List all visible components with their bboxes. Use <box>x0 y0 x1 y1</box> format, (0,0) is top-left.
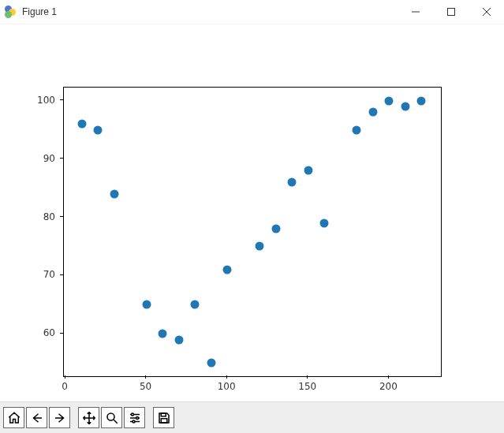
y-tick-label: 80 <box>33 211 59 222</box>
move-icon <box>82 411 96 425</box>
svg-point-1 <box>107 413 114 420</box>
x-tick: 0 <box>53 375 77 392</box>
maximize-button[interactable] <box>433 0 469 24</box>
minimize-button[interactable] <box>398 0 433 24</box>
matplotlib-icon <box>5 6 17 18</box>
scatter-point <box>191 300 200 309</box>
forward-button[interactable] <box>49 407 70 428</box>
x-tick-label: 50 <box>140 381 151 392</box>
svg-point-2 <box>131 413 133 416</box>
scatter-point <box>223 266 232 274</box>
pan-button[interactable] <box>78 407 99 428</box>
x-tick-label: 200 <box>379 381 398 392</box>
zoom-icon <box>105 411 119 425</box>
scatter-point <box>271 225 280 233</box>
x-tick-label: 0 <box>62 381 68 392</box>
scatter-point <box>353 125 361 134</box>
scatter-point <box>174 335 183 344</box>
y-tick: 90 <box>33 153 63 164</box>
home-button[interactable] <box>3 407 24 428</box>
x-tick: 200 <box>376 375 400 392</box>
close-button[interactable] <box>469 0 504 24</box>
scatter-point <box>77 120 86 129</box>
scatter-point <box>288 178 297 187</box>
window-controls <box>398 0 504 24</box>
svg-rect-0 <box>447 9 454 16</box>
x-tick-label: 150 <box>298 381 316 392</box>
x-tick: 50 <box>134 375 158 392</box>
home-icon <box>7 411 21 425</box>
plot-axes <box>63 87 442 377</box>
arrow-right-icon <box>53 411 67 425</box>
scatter-point <box>256 242 264 251</box>
scatter-point <box>94 125 103 134</box>
figure-canvas[interactable]: 60708090100 050100150200 <box>0 24 504 402</box>
svg-point-4 <box>133 420 135 423</box>
sliders-icon <box>128 411 142 425</box>
y-tick: 60 <box>33 327 63 338</box>
scatter-point <box>320 218 329 227</box>
scatter-point <box>207 359 215 368</box>
back-button[interactable] <box>26 407 47 428</box>
scatter-point <box>304 166 312 175</box>
y-tick-label: 90 <box>33 153 59 164</box>
y-tick: 100 <box>33 95 63 106</box>
scatter-point <box>385 96 394 105</box>
scatter-point <box>368 108 377 117</box>
save-icon <box>157 411 171 425</box>
matplotlib-toolbar <box>0 401 504 433</box>
scatter-point <box>159 330 167 338</box>
y-tick: 80 <box>33 211 63 222</box>
x-tick: 100 <box>215 375 238 392</box>
save-button[interactable] <box>153 407 174 428</box>
window-title: Figure 1 <box>22 6 57 17</box>
zoom-button[interactable] <box>101 407 122 428</box>
scatter-point <box>142 300 151 309</box>
arrow-left-icon <box>30 411 44 425</box>
svg-point-3 <box>136 416 138 419</box>
x-tick: 150 <box>296 375 319 392</box>
scatter-point <box>417 96 426 105</box>
y-tick-label: 70 <box>33 269 59 280</box>
configure-button[interactable] <box>124 407 145 428</box>
svg-rect-6 <box>161 418 167 422</box>
y-tick-label: 100 <box>33 95 59 106</box>
y-tick-label: 60 <box>33 327 59 338</box>
x-tick-label: 100 <box>218 381 236 392</box>
scatter-point <box>401 103 409 111</box>
svg-rect-5 <box>161 413 166 416</box>
scatter-point <box>110 189 118 198</box>
window-titlebar: Figure 1 <box>0 0 504 24</box>
y-tick: 70 <box>33 269 63 280</box>
